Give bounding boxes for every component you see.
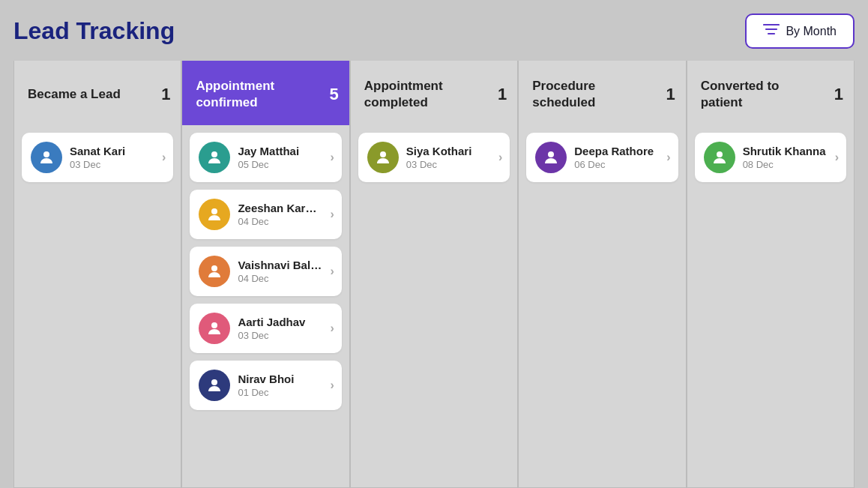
card-date: 08 Dec xyxy=(743,159,828,170)
lead-card[interactable]: Deepa Rathore06 Dec› xyxy=(526,133,678,182)
column-header-procedure-scheduled: Procedure scheduled1 xyxy=(519,61,685,125)
card-name: Zeeshan Kareem xyxy=(238,202,322,214)
card-info: Siya Kothari03 Dec xyxy=(406,145,491,170)
by-month-button[interactable]: By Month xyxy=(745,13,855,49)
column-count-became-lead: 1 xyxy=(149,85,170,104)
column-converted-to-patient: Converted to patient1Shrutik Khanna08 De… xyxy=(687,61,855,488)
kanban-board: Became a Lead1Sanat Kari03 Dec›Appointme… xyxy=(13,61,855,488)
avatar xyxy=(199,313,230,344)
svg-point-8 xyxy=(211,379,217,385)
card-info: Sanat Kari03 Dec xyxy=(70,145,154,170)
card-date: 03 Dec xyxy=(238,330,322,341)
card-date: 01 Dec xyxy=(238,387,322,398)
svg-point-9 xyxy=(380,151,386,157)
card-name: Jay Matthai xyxy=(238,145,322,157)
card-date: 05 Dec xyxy=(238,159,322,170)
chevron-right-icon: › xyxy=(666,151,670,164)
card-date: 03 Dec xyxy=(70,159,154,170)
svg-point-10 xyxy=(548,151,554,157)
avatar xyxy=(199,142,230,173)
card-info: Deepa Rathore06 Dec xyxy=(574,145,659,170)
column-count-appointment-completed: 1 xyxy=(486,85,507,104)
svg-point-7 xyxy=(211,322,217,328)
svg-point-5 xyxy=(211,208,217,214)
chevron-right-icon: › xyxy=(330,379,334,392)
card-date: 06 Dec xyxy=(574,159,659,170)
lead-card[interactable]: Zeeshan Kareem04 Dec› xyxy=(190,190,341,239)
column-header-became-lead: Became a Lead1 xyxy=(14,61,181,125)
chevron-right-icon: › xyxy=(330,208,334,221)
lead-card[interactable]: Siya Kothari03 Dec› xyxy=(358,133,510,182)
chevron-right-icon: › xyxy=(330,151,334,164)
card-info: Aarti Jadhav03 Dec xyxy=(238,316,322,341)
card-name: Nirav Bhoi xyxy=(238,373,322,385)
column-body-became-lead: Sanat Kari03 Dec› xyxy=(14,125,181,487)
avatar xyxy=(367,142,399,173)
by-month-label: By Month xyxy=(786,25,837,38)
svg-point-3 xyxy=(43,151,49,157)
card-name: Aarti Jadhav xyxy=(238,316,322,328)
lead-card[interactable]: Nirav Bhoi01 Dec› xyxy=(190,361,341,410)
lead-card[interactable]: Vaishnavi Balgat04 Dec› xyxy=(190,247,341,296)
lead-card[interactable]: Aarti Jadhav03 Dec› xyxy=(190,304,341,353)
column-title-procedure-scheduled: Procedure scheduled xyxy=(532,78,654,111)
avatar xyxy=(199,370,230,401)
chevron-right-icon: › xyxy=(162,151,166,164)
card-name: Siya Kothari xyxy=(406,145,491,157)
card-date: 04 Dec xyxy=(238,216,322,227)
avatar xyxy=(199,256,230,287)
lead-card[interactable]: Sanat Kari03 Dec› xyxy=(22,133,173,182)
column-title-converted-to-patient: Converted to patient xyxy=(701,78,822,111)
lead-card[interactable]: Jay Matthai05 Dec› xyxy=(190,133,341,182)
page: Lead Tracking By Month Became a Lead1San… xyxy=(0,0,868,488)
column-count-procedure-scheduled: 1 xyxy=(654,85,675,104)
column-appointment-confirmed: Appointment confirmed5Jay Matthai05 Dec›… xyxy=(181,61,349,488)
avatar xyxy=(31,142,62,173)
filter-icon xyxy=(763,22,780,40)
column-became-lead: Became a Lead1Sanat Kari03 Dec› xyxy=(13,61,181,488)
column-body-converted-to-patient: Shrutik Khanna08 Dec› xyxy=(687,125,854,487)
column-header-converted-to-patient: Converted to patient1 xyxy=(687,61,854,125)
avatar xyxy=(535,142,567,173)
column-count-appointment-confirmed: 5 xyxy=(318,85,339,104)
chevron-right-icon: › xyxy=(330,322,334,335)
svg-point-6 xyxy=(211,265,217,271)
column-body-appointment-confirmed: Jay Matthai05 Dec›Zeeshan Kareem04 Dec›V… xyxy=(182,125,349,487)
column-body-appointment-completed: Siya Kothari03 Dec› xyxy=(351,125,517,487)
avatar xyxy=(704,142,735,173)
column-body-procedure-scheduled: Deepa Rathore06 Dec› xyxy=(519,125,685,487)
card-info: Jay Matthai05 Dec xyxy=(238,145,322,170)
column-title-became-lead: Became a Lead xyxy=(28,86,121,103)
card-name: Deepa Rathore xyxy=(574,145,659,157)
header: Lead Tracking By Month xyxy=(13,13,855,49)
chevron-right-icon: › xyxy=(835,151,839,164)
page-title: Lead Tracking xyxy=(13,17,175,45)
card-info: Nirav Bhoi01 Dec xyxy=(238,373,322,398)
lead-card[interactable]: Shrutik Khanna08 Dec› xyxy=(695,133,846,182)
card-date: 03 Dec xyxy=(406,159,491,170)
card-name: Sanat Kari xyxy=(70,145,154,157)
column-header-appointment-completed: Appointment completed1 xyxy=(351,61,517,125)
svg-point-11 xyxy=(717,151,723,157)
column-appointment-completed: Appointment completed1Siya Kothari03 Dec… xyxy=(350,61,518,488)
column-header-appointment-confirmed: Appointment confirmed5 xyxy=(182,61,349,125)
card-name: Vaishnavi Balgat xyxy=(238,259,322,271)
card-date: 04 Dec xyxy=(238,273,322,284)
column-count-converted-to-patient: 1 xyxy=(822,85,843,104)
card-info: Vaishnavi Balgat04 Dec xyxy=(238,259,322,284)
column-procedure-scheduled: Procedure scheduled1Deepa Rathore06 Dec› xyxy=(518,61,686,488)
avatar xyxy=(199,199,230,230)
card-info: Zeeshan Kareem04 Dec xyxy=(238,202,322,227)
column-title-appointment-confirmed: Appointment confirmed xyxy=(196,78,317,111)
chevron-right-icon: › xyxy=(330,265,334,278)
card-info: Shrutik Khanna08 Dec xyxy=(743,145,828,170)
column-title-appointment-completed: Appointment completed xyxy=(364,78,486,111)
svg-point-4 xyxy=(211,151,217,157)
chevron-right-icon: › xyxy=(498,151,502,164)
card-name: Shrutik Khanna xyxy=(743,145,828,157)
